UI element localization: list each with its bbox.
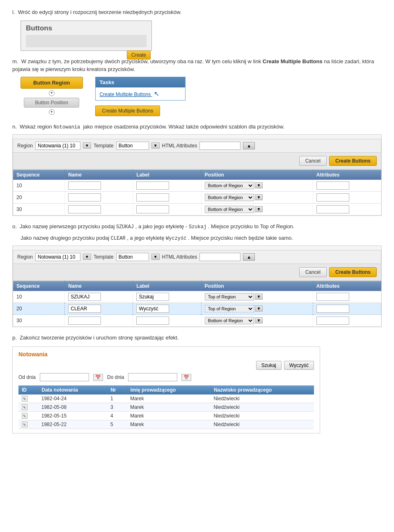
table2-header-row: Sequence Name Label Position Attributes [13,281,381,291]
position-select-clear[interactable]: Top of Region Bottom of Region [205,305,254,312]
date-row: Od dnia 📅 Do dnia 📅 [18,373,314,381]
edit-icon[interactable]: ✎ [22,413,27,419]
table-row: 20 Bottom of Region Top of Region ▼ [13,191,381,203]
position-arrow-btn[interactable]: ▼ [255,206,263,212]
template-input-1[interactable] [116,142,149,150]
region-input-2[interactable] [35,253,80,261]
position-select[interactable]: Bottom of Region Top of Region [205,182,254,189]
edit-icon[interactable]: ✎ [22,422,27,427]
edit-icon[interactable]: ✎ [22,404,27,410]
attrs-input[interactable] [316,181,349,190]
label-input[interactable] [136,205,169,213]
attrs-input[interactable] [316,293,349,301]
template-select-btn-2[interactable]: ▼ [151,254,160,260]
region-select-btn-1[interactable]: ▼ [83,142,91,149]
position-select[interactable]: Bottom of Region Top of Region [205,206,254,213]
step-n: n. Wskaż region Notowania jako miejsce o… [12,123,382,216]
name-input[interactable] [68,316,101,325]
label-input-clear[interactable] [136,305,169,313]
position-arrow-btn[interactable]: ▼ [255,317,263,323]
th-position-2: Position [201,281,313,291]
td-imie: Marek [127,403,210,412]
td-position: Bottom of Region Top of Region ▼ [201,203,313,215]
step-p-text: Zakończ tworzenie przycisków i uruchom s… [20,335,179,341]
create-button[interactable]: Create [127,50,151,60]
td-label [133,314,201,326]
td-attrs [313,303,381,314]
list-item: ✎ 1982-05-22 5 Marek Niedźwiecki [18,420,314,429]
attrs-input[interactable] [316,305,349,313]
td-date: 1982-05-15 [38,412,107,420]
position-select-szukaj[interactable]: Top of Region Bottom of Region [205,293,254,300]
label-input-szukaj[interactable] [136,293,169,301]
wyczys-btn[interactable]: Wyczyść [284,361,314,370]
position-arrow-btn[interactable]: ▼ [255,182,263,188]
step-n-text1: Wskaż region [20,124,52,130]
td-name [65,303,133,314]
szukaj-btn[interactable]: Szukaj [256,361,282,370]
td-seq: 30 [13,314,65,326]
cancel-btn-2[interactable]: Cancel [299,267,327,277]
position-select[interactable]: Bottom of Region Top of Region [205,317,254,324]
button-region-btn[interactable]: Button Region [21,77,83,89]
name-input[interactable] [68,193,101,202]
buttons-panel-screenshot: Buttons Create [21,21,152,51]
form2-action-row: Cancel Create Buttons [13,264,381,281]
attrs-input[interactable] [316,205,349,213]
position-arrow-btn[interactable]: ▼ [255,294,263,300]
td-position: Top of Region Bottom of Region ▼ [201,291,313,303]
create-buttons-btn-2[interactable]: Create Buttons [329,267,377,277]
template-input-2[interactable] [116,253,149,261]
notowania-controls: Szukaj Wyczyść [18,361,314,370]
name-input[interactable] [68,181,101,190]
html-attr-input-2[interactable] [199,253,241,261]
region-select-btn-2[interactable]: ▼ [83,254,91,260]
attrs-input[interactable] [316,316,349,325]
name-input-clear[interactable] [68,305,101,313]
html-attr-input-1[interactable] [199,142,241,150]
label-input[interactable] [136,181,169,190]
td-nr: 5 [107,420,127,429]
list-item: ✎ 1982-05-08 3 Marek Niedźwiecki [18,403,314,412]
th-position-1: Position [201,170,313,180]
step-o-text6: . Miejsce przycisku niech będzie takie s… [188,235,293,241]
od-dnia-input[interactable] [40,373,89,381]
edit-icon[interactable]: ✎ [22,396,27,401]
step-o-text1: Jako nazwę pierwszego przycisku podaj [20,223,115,229]
do-dnia-label: Do dnia [107,374,124,380]
upload-btn-1[interactable]: ▲ [243,142,255,149]
td-edit[interactable]: ✎ [18,403,38,412]
create-buttons-btn-1[interactable]: Create Buttons [329,156,377,166]
step-o-letter: o. [12,223,17,229]
upload-btn-2[interactable]: ▲ [243,253,255,261]
position-arrow-btn[interactable]: ▼ [255,194,263,200]
notowania-preview: Notowania Szukaj Wyczyść Od dnia 📅 Do dn… [12,346,320,433]
form2-row: Region ▼ Template ▼ HTML Attributes ▲ [13,250,381,264]
position-arrow-btn[interactable]: ▼ [255,305,263,312]
td-seq: 20 [13,191,65,203]
create-multiple-buttons-btn[interactable]: Create Multiple Buttons [95,105,160,116]
button-position-btn[interactable]: Button Position [24,98,79,108]
name-input[interactable] [68,205,101,213]
name-input-szukaj[interactable] [68,293,101,301]
create-multiple-buttons-link[interactable]: Create Multiple Buttons ↖ [100,90,181,98]
attrs-input[interactable] [316,193,349,202]
region-input-1[interactable] [35,142,80,150]
do-dnia-input[interactable] [128,373,177,381]
calendar-icon-from[interactable]: 📅 [93,374,103,381]
label-input[interactable] [136,193,169,202]
template-select-btn-1[interactable]: ▼ [151,142,160,149]
th-name-1: Name [65,170,133,180]
position-select[interactable]: Bottom of Region Top of Region [205,194,254,201]
td-date: 1982-05-22 [38,420,107,429]
tasks-panel: Tasks Create Multiple Buttons ↖ Create M… [95,77,186,116]
td-edit[interactable]: ✎ [18,394,38,403]
td-position: Bottom of Region Top of Region ▼ [201,314,313,326]
template-label-1: Template [94,143,114,149]
cancel-btn-1[interactable]: Cancel [299,156,327,166]
label-input[interactable] [136,316,169,325]
td-edit[interactable]: ✎ [18,412,38,420]
calendar-icon-to[interactable]: 📅 [181,374,191,381]
button-region-panel: Button Region ▼ Button Position ▼ [21,77,83,115]
td-edit[interactable]: ✎ [18,420,38,429]
